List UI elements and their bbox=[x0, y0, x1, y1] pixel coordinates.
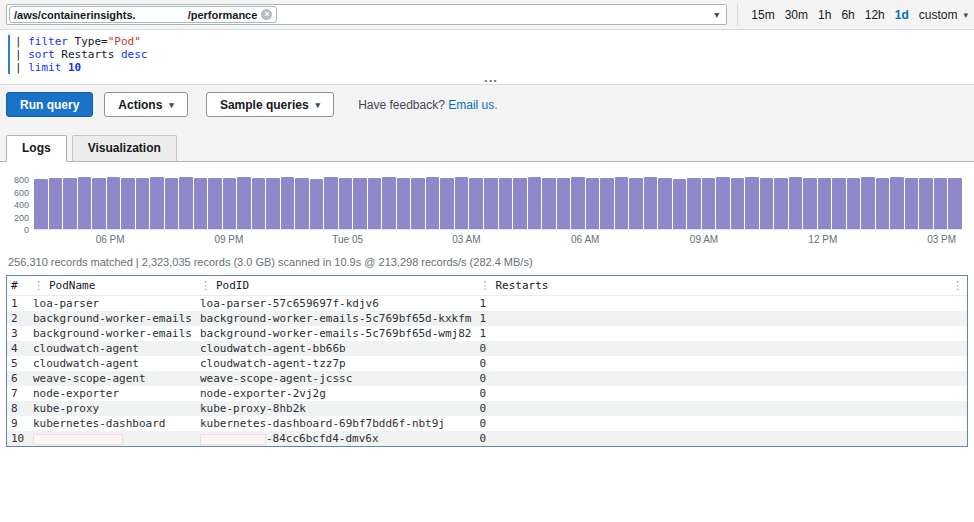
chevron-down-icon: ▾ bbox=[169, 100, 174, 110]
histogram-bar bbox=[803, 178, 817, 229]
cell-restarts: 0 bbox=[475, 341, 967, 356]
table-row[interactable]: 5cloudwatch-agentcloudwatch-agent-tzz7p0 bbox=[7, 356, 967, 371]
log-events-histogram: 0200400600800 06 PM09 PMTue 0503 AM06 AM… bbox=[6, 174, 962, 247]
log-group-selector[interactable]: /aws/containerinsights./performance × ▾ bbox=[6, 4, 727, 25]
y-axis-tick: 800 bbox=[14, 175, 29, 185]
log-group-chip: /aws/containerinsights./performance × bbox=[9, 6, 277, 23]
histogram-x-axis: 06 PM09 PMTue 0503 AM06 AM09 AM12 PM03 P… bbox=[34, 230, 962, 247]
histogram-bar bbox=[789, 177, 803, 229]
histogram-bar bbox=[760, 178, 774, 229]
y-axis-tick: 400 bbox=[14, 200, 29, 210]
histogram-bar bbox=[861, 177, 875, 229]
sample-queries-button[interactable]: Sample queries ▾ bbox=[206, 92, 334, 117]
tab-logs[interactable]: Logs bbox=[6, 135, 67, 162]
top-bar: /aws/containerinsights./performance × ▾ … bbox=[0, 0, 974, 30]
cell-row-number: 3 bbox=[7, 326, 29, 341]
cell-pod-id: cloudwatch-agent-tzz7p bbox=[196, 356, 476, 371]
tab-visualization[interactable]: Visualization bbox=[72, 135, 177, 162]
histogram-bar bbox=[295, 178, 309, 229]
time-range-15m[interactable]: 15m bbox=[751, 8, 774, 22]
time-range-custom[interactable]: custom bbox=[919, 8, 958, 22]
log-group-redaction bbox=[136, 10, 188, 20]
histogram-bar bbox=[281, 177, 295, 229]
histogram-bar bbox=[208, 178, 222, 229]
cell-pod-name: node-exporter bbox=[29, 386, 196, 401]
histogram-bar bbox=[150, 177, 164, 229]
histogram-bar bbox=[702, 178, 716, 229]
query-text[interactable]: | filter Type="Pod"| sort Restarts desc|… bbox=[8, 35, 974, 74]
histogram-bar bbox=[731, 178, 745, 229]
column-header-restarts[interactable]: ⋮Restarts⋮ bbox=[475, 276, 967, 296]
table-row[interactable]: 8kube-proxykube-proxy-8hb2k0 bbox=[7, 401, 967, 416]
cell-pod-name: background-worker-emails bbox=[29, 326, 196, 341]
table-row[interactable]: 9kubernetes-dashboardkubernetes-dashboar… bbox=[7, 416, 967, 431]
time-range-12h[interactable]: 12h bbox=[865, 8, 885, 22]
histogram-bar bbox=[107, 177, 121, 229]
time-range-6h[interactable]: 6h bbox=[841, 8, 854, 22]
cell-pod-id: kubernetes-dashboard-69bf7bdd6f-nbt9j bbox=[196, 416, 476, 431]
query-editor[interactable]: | filter Type="Pod"| sort Restarts desc|… bbox=[0, 30, 974, 85]
cell-pod-name: loa-parser bbox=[29, 296, 196, 312]
query-line-2: | sort Restarts desc bbox=[15, 48, 974, 61]
histogram-bar bbox=[586, 178, 600, 229]
sample-queries-button-label: Sample queries bbox=[220, 98, 309, 112]
histogram-bar bbox=[513, 178, 527, 229]
histogram-bar bbox=[528, 177, 542, 229]
chevron-down-icon[interactable]: ▾ bbox=[714, 9, 719, 20]
results-panel: 0200400600800 06 PM09 PMTue 0503 AM06 AM… bbox=[0, 174, 974, 447]
histogram-bar bbox=[397, 178, 411, 229]
histogram-bar bbox=[63, 178, 77, 229]
cell-row-number: 5 bbox=[7, 356, 29, 371]
histogram-bar bbox=[194, 178, 208, 229]
time-range-30m[interactable]: 30m bbox=[785, 8, 808, 22]
table-options-icon[interactable]: ⋮ bbox=[952, 279, 963, 292]
column-header-label: PodName bbox=[49, 279, 95, 292]
histogram-bar bbox=[615, 177, 629, 229]
column-header-podname[interactable]: ⋮PodName bbox=[29, 276, 196, 296]
scan-status: 256,310 records matched | 2,323,035 reco… bbox=[8, 256, 968, 268]
results-table: #⋮PodName⋮PodID⋮Restarts⋮ 1loa-parserloa… bbox=[7, 276, 967, 446]
histogram-bar bbox=[499, 178, 513, 229]
histogram-bar bbox=[847, 178, 861, 229]
redaction-box bbox=[200, 434, 266, 445]
table-row[interactable]: 3background-worker-emailsbackground-work… bbox=[7, 326, 967, 341]
histogram-bar bbox=[353, 178, 367, 229]
histogram-bar bbox=[876, 178, 890, 229]
time-range-1d[interactable]: 1d bbox=[895, 8, 909, 22]
histogram-bar bbox=[557, 178, 571, 229]
histogram-bar bbox=[223, 178, 237, 229]
results-table-body: 1loa-parserloa-parser-57c659697f-kdjv612… bbox=[7, 296, 967, 447]
table-row[interactable]: 10-84cc6bcfd4-dmv6x0 bbox=[7, 431, 967, 446]
email-us-link[interactable]: Email us. bbox=[448, 98, 497, 112]
histogram-bar bbox=[339, 178, 353, 229]
cell-restarts: 1 bbox=[475, 296, 967, 312]
column-header-podid[interactable]: ⋮PodID bbox=[196, 276, 476, 296]
cell-row-number: 9 bbox=[7, 416, 29, 431]
table-row[interactable]: 2background-worker-emailsbackground-work… bbox=[7, 311, 967, 326]
feedback-text: Have feedback? Email us. bbox=[358, 98, 497, 112]
cell-row-number: 8 bbox=[7, 401, 29, 416]
run-query-button[interactable]: Run query bbox=[6, 92, 93, 117]
x-axis-tick: 03 AM bbox=[452, 234, 480, 245]
time-range-1h[interactable]: 1h bbox=[818, 8, 831, 22]
table-row[interactable]: 1loa-parserloa-parser-57c659697f-kdjv61 bbox=[7, 296, 967, 312]
table-row[interactable]: 6weave-scope-agentweave-scope-agent-jcss… bbox=[7, 371, 967, 386]
editor-resize-handle[interactable]: ... bbox=[8, 74, 974, 84]
cell-pod-name: kube-proxy bbox=[29, 401, 196, 416]
log-group-name-suffix: /performance bbox=[188, 9, 258, 21]
actions-button[interactable]: Actions ▾ bbox=[104, 92, 188, 117]
query-line-1: | filter Type="Pod" bbox=[15, 35, 974, 48]
histogram-bar bbox=[919, 178, 933, 229]
remove-log-group-icon[interactable]: × bbox=[261, 9, 272, 20]
table-row[interactable]: 4cloudwatch-agentcloudwatch-agent-bb66b0 bbox=[7, 341, 967, 356]
histogram-bar bbox=[426, 177, 440, 229]
histogram-bar bbox=[542, 178, 556, 229]
column-header-label: Restarts bbox=[495, 279, 548, 292]
table-row[interactable]: 7node-exporternode-exporter-2vj2g0 bbox=[7, 386, 967, 401]
histogram-bar bbox=[237, 177, 251, 229]
cell-restarts: 0 bbox=[475, 431, 967, 446]
histogram-bar bbox=[382, 177, 396, 229]
x-axis-tick: 03 PM bbox=[927, 234, 956, 245]
column-header-num[interactable]: # bbox=[7, 276, 29, 296]
cell-pod-name bbox=[29, 431, 196, 446]
